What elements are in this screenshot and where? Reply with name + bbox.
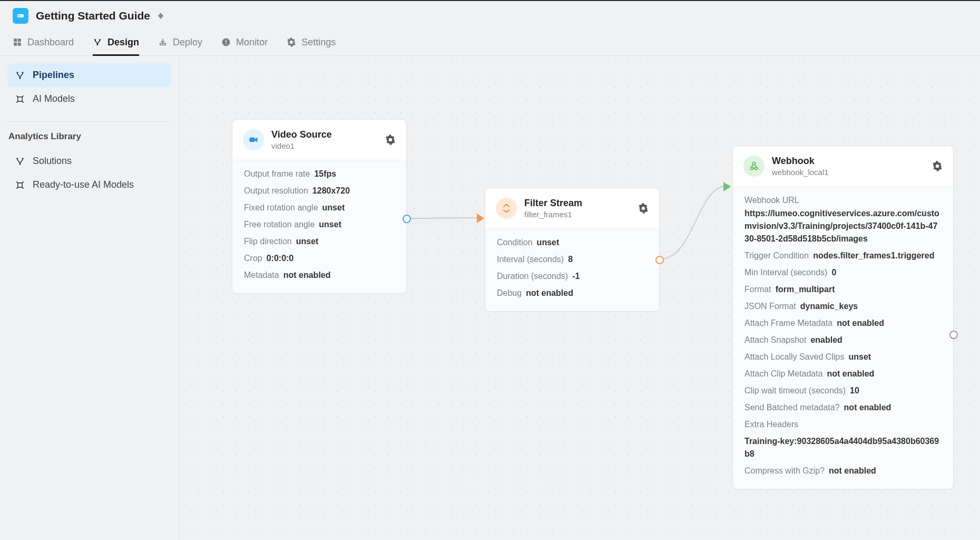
- svg-rect-21: [250, 138, 255, 142]
- prop-label: Interval (seconds): [497, 253, 564, 266]
- property-row: Output resolution1280x720: [244, 182, 395, 199]
- node-subtitle: video1: [271, 141, 378, 150]
- sidebar-item-pipelines[interactable]: Pipelines: [7, 63, 171, 87]
- svg-rect-2: [14, 38, 17, 42]
- prop-label: Clip wait timeout (seconds): [744, 384, 846, 397]
- ai-models-icon: [15, 94, 25, 104]
- property-row: Fixed rotation angleunset: [244, 199, 395, 216]
- property-row: Attach Locally Saved Clipsunset: [744, 349, 942, 365]
- sidebar-item-solutions[interactable]: Solutions: [7, 149, 171, 173]
- property-row: Metadatanot enabled: [244, 267, 395, 284]
- property-row: Formatform_multipart: [744, 281, 942, 298]
- prop-label: Output frame rate: [244, 168, 310, 180]
- topbar: Getting Started Guide: [0, 0, 980, 31]
- prop-label: Flip direction: [244, 235, 292, 248]
- prop-label: Send Batched metadata?: [744, 401, 840, 414]
- node-title: Filter Stream: [524, 198, 631, 209]
- svg-rect-11: [226, 40, 227, 43]
- property-row: Send Batched metadata?not enabled: [744, 399, 942, 416]
- prop-label: Compress with Gzip?: [744, 465, 825, 477]
- svg-rect-5: [18, 43, 21, 46]
- svg-rect-3: [18, 38, 21, 42]
- sidebar-label: Ready-to-use AI Models: [33, 179, 134, 190]
- prop-value: not enabled: [526, 287, 573, 300]
- title-dropdown[interactable]: [156, 12, 165, 20]
- output-port[interactable]: [403, 215, 411, 223]
- svg-point-8: [97, 44, 99, 45]
- prop-label: Condition: [497, 236, 533, 249]
- node-title: Webhook: [772, 156, 925, 167]
- output-port[interactable]: [655, 256, 664, 264]
- prop-label: Metadata: [244, 269, 279, 282]
- node-filter-stream[interactable]: Filter Stream filter_frames1 Conditionun…: [485, 188, 660, 312]
- tab-settings[interactable]: Settings: [287, 31, 336, 56]
- svg-point-1: [18, 15, 20, 17]
- svg-point-18: [22, 158, 23, 159]
- prop-label: Attach Frame Metadata: [744, 317, 832, 330]
- prop-label: Attach Locally Saved Clips: [744, 351, 844, 363]
- prop-label: Attach Clip Metadata: [744, 368, 823, 380]
- prop-value: 10: [850, 384, 859, 397]
- prop-label: Min Interval (seconds): [744, 266, 827, 279]
- monitor-icon: [221, 37, 231, 47]
- input-port[interactable]: [477, 214, 484, 223]
- deploy-icon: [158, 37, 168, 47]
- property-row: Flip directionunset: [244, 233, 395, 250]
- svg-point-17: [16, 158, 18, 159]
- property-row: Extra HeadersTraining-key:90328605a4a440…: [744, 416, 942, 462]
- prop-value: enabled: [810, 334, 842, 346]
- sidebar-label: AI Models: [33, 93, 75, 104]
- gear-icon[interactable]: [638, 203, 649, 214]
- node-video-source[interactable]: Video Source video1 Output frame rate15f…: [232, 119, 407, 294]
- svg-point-23: [755, 167, 758, 170]
- svg-rect-9: [160, 43, 166, 45]
- prop-value: not enabled: [829, 465, 876, 477]
- prop-value: nodes.filter_frames1.triggered: [813, 249, 934, 262]
- prop-value: not enabled: [837, 317, 884, 330]
- prop-label: Debug: [497, 287, 522, 300]
- page-title: Getting Started Guide: [36, 9, 150, 22]
- tab-deploy[interactable]: Deploy: [158, 31, 202, 56]
- svg-rect-12: [226, 44, 227, 45]
- property-row: Debugnot enabled: [497, 285, 648, 302]
- sidebar-heading-analytics: Analytics Library: [7, 121, 171, 149]
- output-port[interactable]: [949, 331, 958, 339]
- input-port[interactable]: [723, 182, 731, 191]
- nav-label: Dashboard: [27, 37, 74, 48]
- sidebar-item-ai-models[interactable]: AI Models: [7, 87, 171, 111]
- prop-value: 15fps: [314, 168, 336, 180]
- property-row: Attach Frame Metadatanot enabled: [744, 315, 942, 332]
- svg-point-7: [99, 39, 101, 41]
- svg-point-15: [19, 77, 21, 79]
- prop-label: Fixed rotation angle: [244, 201, 318, 214]
- prop-value: unset: [319, 218, 341, 231]
- prop-label: Trigger Condition: [744, 249, 809, 262]
- tab-design[interactable]: Design: [93, 31, 139, 56]
- main-nav: Dashboard Design Deploy Monitor Settings: [0, 31, 980, 56]
- webhook-icon: [743, 156, 765, 177]
- gear-icon[interactable]: [932, 161, 943, 171]
- pipeline-canvas[interactable]: Video Source video1 Output frame rate15f…: [179, 56, 980, 540]
- solutions-icon: [15, 156, 25, 167]
- settings-icon: [287, 37, 296, 47]
- prop-label: Free rotation angle: [244, 218, 315, 231]
- node-webhook[interactable]: Webhook webhook_local1 Webhook URL https…: [732, 146, 954, 489]
- prop-label: Output resolution: [244, 185, 308, 197]
- property-row: Attach Snapshotenabled: [744, 332, 942, 349]
- prop-value: 8: [568, 253, 573, 266]
- pipelines-icon: [15, 70, 25, 81]
- prop-value: unset: [296, 235, 319, 248]
- sidebar-item-ready-models[interactable]: Ready-to-use AI Models: [7, 173, 171, 197]
- property-row: Duration (seconds)-1: [497, 268, 648, 285]
- prop-value: 0:0:0:0: [267, 252, 294, 265]
- property-row: Clip wait timeout (seconds)10: [744, 382, 942, 399]
- gear-icon[interactable]: [385, 134, 396, 145]
- video-icon: [243, 129, 264, 150]
- node-subtitle: webhook_local1: [772, 168, 925, 177]
- node-properties: ConditionunsetInterval (seconds)8Duratio…: [485, 228, 659, 311]
- node-subtitle: filter_frames1: [524, 210, 631, 219]
- nav-label: Design: [107, 37, 139, 48]
- svg-rect-4: [14, 43, 17, 46]
- tab-monitor[interactable]: Monitor: [221, 31, 268, 56]
- tab-dashboard[interactable]: Dashboard: [13, 31, 74, 56]
